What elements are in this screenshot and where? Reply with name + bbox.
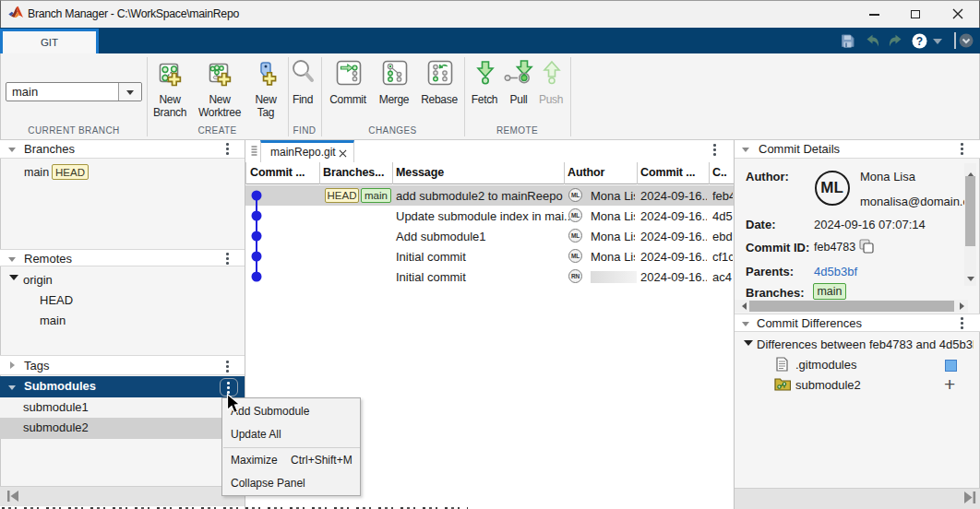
svg-text:?: ? (916, 35, 923, 48)
